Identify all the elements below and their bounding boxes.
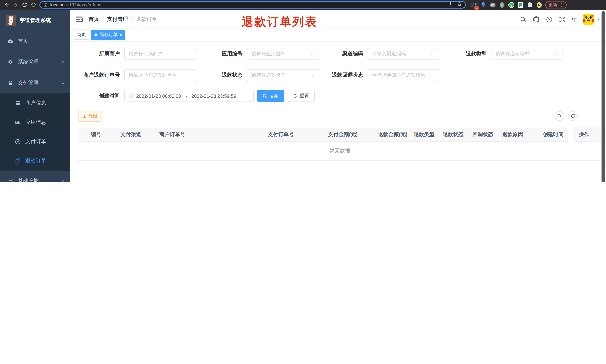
- column-header: 支付订单号: [264, 131, 324, 138]
- sidebar-item-app-info[interactable]: 应用信息: [0, 113, 70, 132]
- tag-refund-order[interactable]: 退款订单 ×: [91, 30, 126, 39]
- hamburger-icon[interactable]: [76, 16, 83, 23]
- refund-status-select[interactable]: 请选择退款状态⌄: [247, 69, 318, 81]
- merchant-refund-no-input[interactable]: 请输入商户退款订单号: [124, 69, 196, 81]
- sidebar-item-pay[interactable]: ¥ 支付管理 ▴: [0, 73, 70, 93]
- share-icon[interactable]: [448, 1, 453, 8]
- reload-icon[interactable]: [20, 1, 29, 9]
- back-icon[interactable]: [2, 1, 11, 9]
- date-start-value[interactable]: 2022-01-23 00:00:00: [136, 93, 182, 99]
- browser-menu-kebab-icon[interactable]: ⋮: [559, 3, 564, 7]
- reset-button[interactable]: 重置: [288, 90, 315, 102]
- url-text[interactable]: localhost:1024/pay/refund: [50, 2, 446, 7]
- app-title: 芋道管理系统: [20, 17, 51, 24]
- home-icon[interactable]: [29, 1, 38, 9]
- coin-yen-icon: ¥: [15, 139, 21, 145]
- breadcrumb-current: 退款订单: [136, 16, 157, 23]
- sidebar-logo-row[interactable]: 芋道管理系统: [0, 10, 70, 31]
- chevron-down-icon: ⌄: [310, 73, 315, 78]
- table-empty-state: 暂无数据: [78, 142, 601, 161]
- notify-status-label: 退款回调状态: [322, 72, 368, 78]
- extension-chat-icon[interactable]: [517, 2, 524, 8]
- search-icon[interactable]: [520, 16, 527, 23]
- column-header: 支付金额(元): [324, 131, 374, 138]
- channel-code-select[interactable]: 请输入渠道编码⌄: [368, 48, 438, 60]
- pay-submenu: 商户信息 应用信息 ¥ 支付订单: [0, 93, 70, 171]
- chevron-down-icon: ⌄: [430, 73, 434, 78]
- monitor-chart-icon: [7, 178, 13, 182]
- profile-emoji-icon[interactable]: [536, 2, 542, 8]
- column-header: 退款原因: [499, 131, 539, 138]
- notify-status-select[interactable]: 请选择通知商户退款结果⌄: [368, 69, 438, 81]
- avatar-caret-icon[interactable]: ▼: [597, 17, 600, 21]
- empty-text: 暂无数据: [329, 148, 350, 154]
- breadcrumb-section[interactable]: 支付管理: [107, 16, 128, 23]
- svg-text:⌘: ⌘: [491, 3, 495, 7]
- export-button[interactable]: 导出: [78, 111, 102, 122]
- help-icon[interactable]: [546, 16, 553, 23]
- user-avatar[interactable]: [583, 14, 594, 25]
- extension-balloon-icon[interactable]: [480, 2, 487, 8]
- breadcrumb-home[interactable]: 首页: [89, 16, 99, 23]
- bookmark-star-icon[interactable]: [457, 1, 462, 8]
- refund-type-label: 退款类型: [457, 51, 491, 57]
- merchant-input[interactable]: 请选择所属商户: [124, 48, 196, 60]
- sidebar-item-system[interactable]: 系统管理 ▾: [0, 52, 70, 73]
- extension-dot-icon[interactable]: [499, 2, 505, 8]
- tag-close-icon[interactable]: ×: [120, 33, 122, 37]
- show-search-toggle-button[interactable]: [555, 111, 564, 121]
- tags-view: 首页 退款订单 ×: [70, 29, 606, 41]
- url-bar[interactable]: localhost:1024/pay/refund: [40, 1, 466, 9]
- chevron-down-icon: ⌄: [310, 52, 315, 56]
- store-icon: [15, 100, 21, 106]
- sidebar-item-refund-order[interactable]: 退款订单: [0, 151, 70, 171]
- extension-command-icon[interactable]: ⌘: [489, 2, 496, 8]
- browser-update-button[interactable]: 更新 ⋮: [545, 1, 566, 9]
- column-header-actions: 操作: [575, 128, 601, 142]
- table-scroll-gutter: [568, 128, 576, 142]
- forward-icon[interactable]: [11, 1, 20, 9]
- create-time-label: 创建时间: [78, 92, 124, 99]
- fullscreen-icon[interactable]: [559, 16, 566, 23]
- date-end-value[interactable]: 2022-01-23 23:59:59: [191, 93, 237, 99]
- column-header: 回调状态: [469, 131, 499, 138]
- channel-code-label: 渠道编码: [322, 51, 368, 57]
- chevron-down-icon: ⌄: [430, 52, 434, 56]
- column-header: 退款金额(元): [374, 131, 410, 138]
- sidebar-item-merchant-info[interactable]: 商户信息: [0, 93, 70, 113]
- extension-y-icon[interactable]: y: [508, 2, 514, 8]
- column-header: 退款类型: [410, 131, 439, 138]
- app-no-label: 应用编号: [204, 51, 247, 57]
- tag-active-dot: [94, 33, 97, 36]
- clock-icon: [129, 93, 133, 98]
- create-time-range-picker[interactable]: 2022-01-23 00:00:00 - 2022-01-23 23:59:5…: [124, 90, 254, 102]
- page-scrollbar[interactable]: [602, 11, 605, 182]
- page-title-annotation: 退款订单列表: [242, 14, 318, 30]
- breadcrumb: 首页 / 支付管理 / 退款订单: [89, 16, 157, 23]
- sidebar-item-home[interactable]: 首页: [0, 31, 70, 52]
- refund-status-label: 退款状态: [204, 72, 247, 78]
- sidebar-item-infra[interactable]: 基础设施 ▾: [0, 171, 70, 182]
- github-icon[interactable]: [533, 16, 540, 23]
- chevron-down-icon: ⌄: [554, 52, 559, 56]
- screen: localhost:1024/pay/refund 10 ⌘: [0, 0, 606, 182]
- app-no-select[interactable]: 请选择应用信息⌄: [247, 48, 318, 60]
- svg-text:y: y: [510, 3, 512, 7]
- extension-badge: 10: [474, 6, 479, 10]
- extensions-puzzle-icon[interactable]: [527, 2, 533, 8]
- search-button[interactable]: 搜索: [257, 90, 284, 102]
- extension-tabs-icon[interactable]: 10: [471, 2, 477, 8]
- sidebar: 芋道管理系统 首页 系统管理 ▾ ¥ 支付管理 ▴: [0, 10, 70, 182]
- yen-icon: ¥: [7, 80, 13, 86]
- tag-home[interactable]: 首页: [74, 30, 89, 39]
- logo-rabbit-image: [6, 15, 16, 26]
- sidebar-item-pay-order[interactable]: ¥ 支付订单: [0, 132, 70, 151]
- font-size-icon[interactable]: ᵗT: [572, 16, 577, 23]
- refund-type-select[interactable]: 请选择退款类型⌄: [491, 48, 563, 60]
- document-copy-icon: [15, 158, 21, 164]
- merchant-refund-no-label: 商户退款订单号: [78, 72, 124, 78]
- table-header: 编号 支付渠道 商户订单号 支付订单号 支付金额(元) 退款金额(元) 退款类型…: [78, 128, 601, 142]
- site-info-icon[interactable]: [43, 3, 48, 7]
- browser-toolbar: localhost:1024/pay/refund 10 ⌘: [0, 0, 606, 10]
- refresh-table-button[interactable]: [568, 111, 578, 121]
